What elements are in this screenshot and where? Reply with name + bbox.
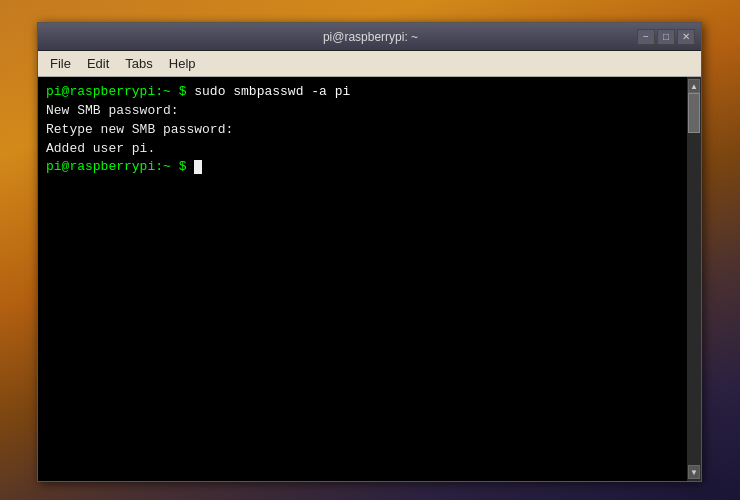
terminal-body[interactable]: pi@raspberrypi:~ $ sudo smbpasswd -a pi … (38, 77, 701, 481)
output-4: Added user pi. (46, 141, 155, 156)
scrollbar[interactable]: ▲ ▼ (687, 77, 701, 481)
dollar-5: $ (171, 159, 194, 174)
prompt-5: pi@raspberrypi:~ (46, 159, 171, 174)
close-button[interactable]: ✕ (677, 29, 695, 45)
window-title: pi@raspberrypi: ~ (104, 30, 637, 44)
menu-tabs[interactable]: Tabs (117, 54, 160, 73)
terminal-line-5: pi@raspberrypi:~ $ (46, 158, 681, 177)
prompt-1: pi@raspberrypi:~ (46, 84, 171, 99)
output-2: New SMB password: (46, 103, 179, 118)
scrollbar-down-arrow[interactable]: ▼ (688, 465, 700, 479)
terminal-cursor (194, 160, 202, 174)
scrollbar-up-arrow[interactable]: ▲ (688, 79, 700, 93)
dollar-1: $ (171, 84, 194, 99)
terminal-content[interactable]: pi@raspberrypi:~ $ sudo smbpasswd -a pi … (38, 77, 687, 481)
maximize-button[interactable]: □ (657, 29, 675, 45)
window-controls: − □ ✕ (637, 29, 695, 45)
terminal-line-3: Retype new SMB password: (46, 121, 681, 140)
menu-help[interactable]: Help (161, 54, 204, 73)
minimize-button[interactable]: − (637, 29, 655, 45)
scrollbar-track[interactable] (688, 93, 700, 465)
terminal-line-2: New SMB password: (46, 102, 681, 121)
output-3: Retype new SMB password: (46, 122, 233, 137)
scrollbar-thumb[interactable] (688, 93, 700, 133)
menu-file[interactable]: File (42, 54, 79, 73)
menu-edit[interactable]: Edit (79, 54, 117, 73)
command-1: sudo smbpasswd -a pi (194, 84, 350, 99)
title-bar: pi@raspberrypi: ~ − □ ✕ (38, 23, 701, 51)
terminal-line-4: Added user pi. (46, 140, 681, 159)
terminal-line-1: pi@raspberrypi:~ $ sudo smbpasswd -a pi (46, 83, 681, 102)
menu-bar: File Edit Tabs Help (38, 51, 701, 77)
terminal-window: pi@raspberrypi: ~ − □ ✕ File Edit Tabs H… (37, 22, 702, 482)
